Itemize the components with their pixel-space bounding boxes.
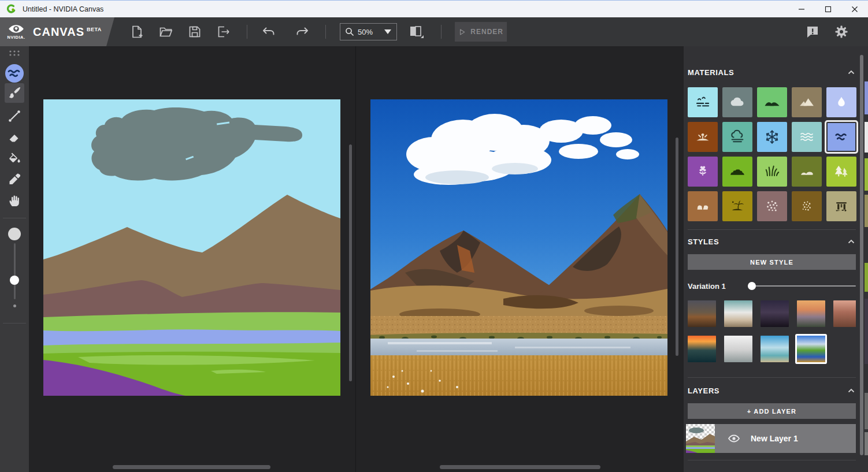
material-cloud[interactable] xyxy=(722,87,752,117)
render-button[interactable]: RENDER xyxy=(455,22,507,42)
style-beach-clouds[interactable] xyxy=(761,336,789,362)
tool-line[interactable] xyxy=(7,109,22,124)
minimize-icon xyxy=(798,6,805,13)
minimize-button[interactable] xyxy=(788,1,815,17)
material-rain[interactable] xyxy=(826,87,856,117)
edge-sliver xyxy=(865,158,868,191)
material-sea[interactable] xyxy=(792,122,822,152)
flower-icon xyxy=(694,163,711,180)
grip-dots-icon[interactable] xyxy=(8,49,21,57)
material-rock[interactable] xyxy=(688,191,718,221)
style-ocean-sunset[interactable] xyxy=(688,336,716,362)
material-ruins[interactable] xyxy=(826,191,856,221)
palm-icon xyxy=(729,198,746,215)
redo-button[interactable] xyxy=(295,24,310,39)
tool-eyedropper[interactable] xyxy=(7,172,22,187)
material-sky[interactable] xyxy=(688,87,718,117)
style-snowy-clouds[interactable] xyxy=(724,300,752,327)
tool-paintbrush[interactable] xyxy=(7,86,22,101)
close-button[interactable] xyxy=(841,1,868,17)
variation-slider[interactable] xyxy=(748,281,856,291)
edge-sliver xyxy=(865,432,868,455)
scatter-icon xyxy=(798,198,815,215)
style-sunset-mist[interactable] xyxy=(797,300,825,327)
paintbrush-icon xyxy=(7,86,22,101)
layers-title: LAYERS xyxy=(688,386,719,395)
brush-size-preview xyxy=(8,228,21,240)
material-hill[interactable] xyxy=(757,87,787,117)
tool-eraser[interactable] xyxy=(7,130,22,145)
layer-name: New Layer 1 xyxy=(751,434,798,443)
add-layer-button[interactable]: + ADD LAYER xyxy=(688,403,856,419)
zoom-value: 50% xyxy=(358,28,373,36)
layers-collapse-button[interactable] xyxy=(847,386,856,395)
materials-collapse-button[interactable] xyxy=(847,68,856,77)
vertical-scrollbar[interactable] xyxy=(349,144,352,381)
brush-size-slider[interactable] xyxy=(14,243,16,299)
sea-icon xyxy=(798,128,815,146)
variation-handle[interactable] xyxy=(748,282,756,290)
style-rocky-peak[interactable] xyxy=(833,300,856,327)
sky-icon xyxy=(694,94,711,111)
style-desert-buttes-night[interactable] xyxy=(688,300,716,327)
painting-canvas[interactable] xyxy=(43,99,340,396)
material-mountain[interactable] xyxy=(792,87,822,117)
material-snow[interactable] xyxy=(757,122,787,152)
vertical-scrollbar[interactable] xyxy=(676,137,678,356)
current-material-swatch[interactable] xyxy=(5,64,24,83)
material-bush[interactable] xyxy=(722,157,752,187)
maximize-button[interactable] xyxy=(815,1,841,17)
material-flowers[interactable] xyxy=(757,191,787,221)
material-fog[interactable] xyxy=(722,122,752,152)
zoom-dropdown[interactable]: 50% xyxy=(340,23,397,40)
export-button[interactable] xyxy=(216,24,231,39)
style-mountain-lake[interactable] xyxy=(797,336,825,362)
split-view-button[interactable] xyxy=(408,24,425,39)
styles-collapse-button[interactable] xyxy=(847,237,856,246)
new-file-button[interactable] xyxy=(129,24,144,39)
material-stone[interactable] xyxy=(792,157,822,187)
edge-sliver xyxy=(865,195,868,227)
material-dirt[interactable] xyxy=(688,122,718,152)
open-file-button[interactable] xyxy=(158,24,173,39)
petals-icon xyxy=(763,198,781,215)
panel-divider xyxy=(688,229,856,230)
layer-thumbnail xyxy=(686,424,715,453)
layer-row[interactable]: New Layer 1 xyxy=(686,424,856,453)
right-panel: MATERIALS STYLES NEW STYLE Variation 1 xyxy=(684,46,868,472)
visibility-eye-icon[interactable] xyxy=(728,434,740,443)
variation-label: Variation 1 xyxy=(688,282,732,291)
feedback-icon xyxy=(805,24,820,39)
tool-pan[interactable] xyxy=(7,194,22,209)
window-controls xyxy=(788,1,868,17)
tool-fill[interactable] xyxy=(7,151,22,166)
material-grass[interactable] xyxy=(757,157,787,187)
material-gravel[interactable] xyxy=(792,191,822,221)
material-flower[interactable] xyxy=(688,157,718,187)
nvidia-brand: NVIDIA. CANVAS BETA xyxy=(0,17,114,46)
horizontal-scrollbar[interactable] xyxy=(113,465,270,469)
eraser-icon xyxy=(7,130,22,145)
beta-badge: BETA xyxy=(87,27,102,32)
variation-row: Variation 1 xyxy=(688,281,856,291)
tool-sidebar xyxy=(0,46,29,472)
material-beach[interactable] xyxy=(722,191,752,221)
material-water[interactable] xyxy=(826,122,856,152)
panel-scrollbar[interactable] xyxy=(860,55,863,455)
horizontal-scrollbar[interactable] xyxy=(440,465,600,469)
layer-list: New Layer 1 xyxy=(688,424,856,453)
edge-sliver xyxy=(865,81,868,114)
settings-button[interactable] xyxy=(834,24,849,39)
render-preview-pane xyxy=(356,46,684,472)
save-button[interactable] xyxy=(187,24,202,39)
undo-button[interactable] xyxy=(261,24,276,39)
style-night-arch[interactable] xyxy=(761,300,789,327)
style-foggy-peaks[interactable] xyxy=(724,336,752,362)
layers-header: LAYERS xyxy=(688,385,856,396)
new-file-icon xyxy=(129,24,144,39)
feedback-button[interactable] xyxy=(805,24,820,39)
water-icon xyxy=(833,128,850,146)
new-style-button[interactable]: NEW STYLE xyxy=(688,254,856,270)
material-tree[interactable] xyxy=(826,157,856,187)
brush-size-handle[interactable] xyxy=(10,276,19,285)
